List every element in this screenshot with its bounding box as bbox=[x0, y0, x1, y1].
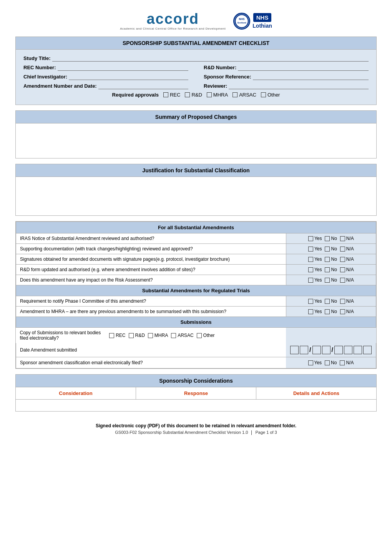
amendment-number-value[interactable] bbox=[98, 82, 188, 89]
yes-item-3[interactable]: Yes bbox=[308, 257, 322, 262]
yes-r2[interactable]: Yes bbox=[308, 309, 322, 314]
sub-approval-rd[interactable]: R&D bbox=[129, 333, 145, 338]
date-box-m2[interactable] bbox=[322, 346, 331, 354]
approval-other-checkbox[interactable] bbox=[261, 92, 266, 97]
study-title-value[interactable] bbox=[52, 55, 369, 62]
considerations-body bbox=[16, 400, 376, 411]
no-email-checkbox[interactable] bbox=[325, 360, 330, 365]
reviewer-label: Reviewer: bbox=[204, 83, 227, 89]
na-checkbox-5[interactable] bbox=[340, 278, 345, 283]
yes-item-4[interactable]: Yes bbox=[308, 267, 322, 272]
date-box-y2[interactable] bbox=[344, 346, 352, 354]
summary-section: Summary of Proposed Changes bbox=[15, 110, 377, 158]
yes-checkbox-4[interactable] bbox=[308, 267, 313, 272]
rec-number-label: REC Number: bbox=[23, 65, 56, 70]
approval-arsac[interactable]: ARSAC bbox=[233, 92, 256, 98]
sub-other-checkbox[interactable] bbox=[197, 333, 202, 338]
rd-number-value[interactable] bbox=[238, 64, 369, 71]
na-item-5[interactable]: N/A bbox=[340, 277, 354, 283]
approval-rd[interactable]: R&D bbox=[185, 92, 202, 98]
sub-approval-mhra[interactable]: MHRA bbox=[148, 333, 168, 338]
yes-email-checkbox[interactable] bbox=[308, 360, 313, 365]
na-r2[interactable]: N/A bbox=[340, 309, 354, 314]
no-item-4[interactable]: No bbox=[325, 267, 337, 272]
yes-checkbox-1[interactable] bbox=[308, 236, 313, 241]
date-sep-1: / bbox=[309, 347, 311, 353]
yes-item-2[interactable]: Yes bbox=[308, 246, 322, 252]
no-r1[interactable]: No bbox=[325, 298, 337, 304]
na-item-4[interactable]: N/A bbox=[340, 267, 354, 272]
yesno-group-r1: Yes No N/A bbox=[290, 298, 372, 304]
amendment-question-4: R&D form updated and authorised (e.g. wh… bbox=[16, 265, 286, 275]
yes-r1[interactable]: Yes bbox=[308, 298, 322, 304]
no-checkbox-2[interactable] bbox=[325, 247, 330, 252]
approval-arsac-checkbox[interactable] bbox=[233, 92, 238, 97]
na-checkbox-r2[interactable] bbox=[340, 309, 345, 314]
na-email[interactable]: N/A bbox=[340, 360, 354, 365]
no-item-3[interactable]: No bbox=[325, 257, 337, 262]
na-checkbox-2[interactable] bbox=[340, 247, 345, 252]
na-checkbox-1[interactable] bbox=[340, 236, 345, 241]
no-r2[interactable]: No bbox=[325, 309, 337, 314]
sub-approval-other[interactable]: Other bbox=[197, 333, 215, 338]
approval-rec[interactable]: REC bbox=[163, 92, 180, 98]
sponsor-reference-value[interactable] bbox=[253, 73, 369, 80]
yes-checkbox-5[interactable] bbox=[308, 278, 313, 283]
sub-approval-rec[interactable]: REC bbox=[109, 333, 125, 338]
sub-arsac-checkbox[interactable] bbox=[171, 333, 176, 338]
approval-rec-checkbox[interactable] bbox=[163, 92, 168, 97]
approval-mhra[interactable]: MHRA bbox=[207, 92, 228, 98]
no-checkbox-r1[interactable] bbox=[325, 299, 330, 304]
yes-label-r2: Yes bbox=[314, 309, 322, 314]
date-box-d2[interactable] bbox=[300, 346, 308, 354]
sub-approval-arsac[interactable]: ARSAC bbox=[171, 333, 193, 338]
na-label-1: N/A bbox=[346, 236, 354, 241]
approval-other[interactable]: Other bbox=[261, 92, 280, 98]
reviewer-value[interactable] bbox=[229, 82, 369, 89]
no-checkbox-1[interactable] bbox=[325, 236, 330, 241]
na-email-checkbox[interactable] bbox=[340, 360, 345, 365]
date-box-y3[interactable] bbox=[354, 346, 362, 354]
summary-text-area[interactable] bbox=[16, 123, 376, 158]
consideration-col1: Consideration bbox=[16, 387, 136, 399]
yes-checkbox-r2[interactable] bbox=[308, 309, 313, 314]
no-checkbox-3[interactable] bbox=[325, 257, 330, 262]
no-email[interactable]: No bbox=[325, 360, 337, 365]
date-box-d1[interactable] bbox=[290, 346, 299, 354]
no-item-5[interactable]: No bbox=[325, 277, 337, 283]
approval-mhra-checkbox[interactable] bbox=[207, 92, 212, 97]
yes-checkbox-r1[interactable] bbox=[308, 299, 313, 304]
no-item-2[interactable]: No bbox=[325, 246, 337, 252]
chief-investigator-value[interactable] bbox=[69, 73, 188, 80]
summary-header: Summary of Proposed Changes bbox=[16, 111, 376, 123]
yes-item-1[interactable]: Yes bbox=[308, 236, 322, 241]
no-checkbox-r2[interactable] bbox=[325, 309, 330, 314]
rec-number-value[interactable] bbox=[58, 64, 188, 71]
na-label-r1: N/A bbox=[346, 298, 354, 304]
na-checkbox-3[interactable] bbox=[340, 257, 345, 262]
yes-checkbox-3[interactable] bbox=[308, 257, 313, 262]
justification-text-area[interactable] bbox=[16, 177, 376, 215]
no-checkbox-5[interactable] bbox=[325, 278, 330, 283]
na-item-2[interactable]: N/A bbox=[340, 246, 354, 252]
na-item-1[interactable]: N/A bbox=[340, 236, 354, 241]
yes-email[interactable]: Yes bbox=[308, 360, 322, 365]
amendment-answer-5: Yes No N/A bbox=[286, 275, 376, 285]
sub-rd-checkbox[interactable] bbox=[129, 333, 134, 338]
date-box-y4[interactable] bbox=[363, 346, 372, 354]
na-item-3[interactable]: N/A bbox=[340, 257, 354, 262]
na-r1[interactable]: N/A bbox=[340, 298, 354, 304]
no-checkbox-4[interactable] bbox=[325, 267, 330, 272]
sponsor-email-row: Sponsor amendment classification email e… bbox=[16, 357, 376, 368]
sub-mhra-checkbox[interactable] bbox=[148, 333, 153, 338]
no-item-1[interactable]: No bbox=[325, 236, 337, 241]
approval-rd-checkbox[interactable] bbox=[185, 92, 190, 97]
yes-checkbox-2[interactable] bbox=[308, 247, 313, 252]
date-box-m1[interactable] bbox=[312, 346, 321, 354]
na-checkbox-4[interactable] bbox=[340, 267, 345, 272]
na-checkbox-r1[interactable] bbox=[340, 299, 345, 304]
yes-item-5[interactable]: Yes bbox=[308, 277, 322, 283]
na-label-5: N/A bbox=[346, 277, 354, 283]
sub-rec-checkbox[interactable] bbox=[109, 333, 114, 338]
date-box-y1[interactable] bbox=[334, 346, 343, 354]
